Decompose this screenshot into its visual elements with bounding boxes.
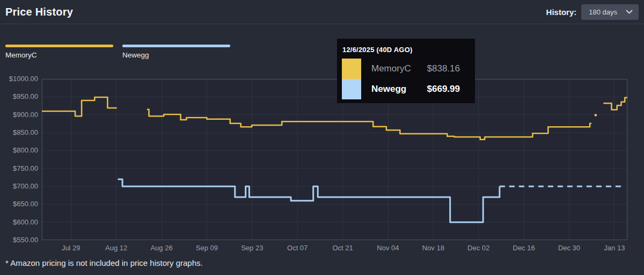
x-tick-label: Aug 12 — [92, 244, 141, 252]
tooltip-date: 12/6/2025 (40D AGO) — [337, 39, 475, 59]
legend-swatch — [122, 45, 230, 47]
x-tick-label: Aug 26 — [137, 244, 186, 252]
tooltip-price: $838.16 — [427, 63, 460, 74]
x-tick-label: Sep 23 — [228, 244, 276, 252]
chevron-down-icon — [626, 10, 633, 14]
memoryc-point — [595, 114, 597, 117]
y-tick-label: $550.00 — [0, 236, 38, 244]
legend-item-memoryc[interactable]: MemoryC — [5, 45, 113, 59]
price-history-panel: Price History History: 180 days MemoryCN… — [0, 0, 644, 275]
chart-tooltip: 12/6/2025 (40D AGO) MemoryC$838.16Newegg… — [337, 39, 475, 103]
x-tick-label: Sep 09 — [182, 244, 231, 252]
history-select[interactable]: 180 days — [581, 4, 639, 20]
x-tick-label: Dec 30 — [545, 244, 594, 252]
y-tick-label: $950.00 — [0, 92, 38, 101]
history-control: History: 180 days — [546, 4, 639, 20]
tooltip-price: $669.99 — [427, 84, 460, 95]
tooltip-swatch — [342, 79, 361, 99]
x-tick-label: Dec 02 — [455, 244, 503, 252]
y-tick-label: $1000.00 — [0, 75, 38, 83]
legend-label: MemoryC — [5, 51, 113, 59]
y-tick-label: $650.00 — [0, 200, 38, 208]
x-tick-label: Oct 07 — [273, 244, 321, 252]
amazon-disclaimer: * Amazon pricing is not included in pric… — [5, 258, 203, 267]
x-tick-label: Jul 29 — [47, 244, 95, 252]
legend-label: Newegg — [122, 51, 230, 59]
x-tick-label: Nov 04 — [364, 244, 412, 252]
tooltip-row-memoryc: MemoryC$838.16 — [337, 59, 475, 79]
price-chart-plot[interactable] — [42, 79, 627, 240]
y-tick-label: $850.00 — [0, 128, 38, 137]
history-select-value: 180 days — [589, 8, 617, 16]
y-tick-label: $800.00 — [0, 146, 38, 155]
x-tick-label: Oct 21 — [319, 244, 367, 252]
tooltip-seller: MemoryC — [371, 63, 427, 74]
y-tick-label: $700.00 — [0, 182, 38, 191]
y-tick-label: $600.00 — [0, 218, 38, 227]
x-tick-label: Nov 18 — [409, 244, 457, 252]
y-tick-label: $900.00 — [0, 111, 38, 119]
tooltip-swatch — [342, 59, 361, 79]
chart-legend: MemoryCNewegg — [5, 45, 230, 59]
tooltip-row-newegg: Newegg$669.99 — [337, 79, 475, 99]
page-title: Price History — [5, 6, 73, 18]
history-label: History: — [546, 8, 577, 17]
tooltip-rows: MemoryC$838.16Newegg$669.99 — [337, 59, 475, 99]
y-tick-label: $750.00 — [0, 164, 38, 173]
legend-swatch — [5, 45, 113, 47]
x-tick-label: Jan 13 — [590, 244, 639, 252]
panel-header: Price History History: 180 days — [0, 0, 644, 24]
header-divider — [0, 24, 644, 24]
x-tick-label: Dec 16 — [500, 244, 548, 252]
legend-item-newegg[interactable]: Newegg — [122, 45, 230, 59]
tooltip-seller: Newegg — [371, 84, 427, 95]
